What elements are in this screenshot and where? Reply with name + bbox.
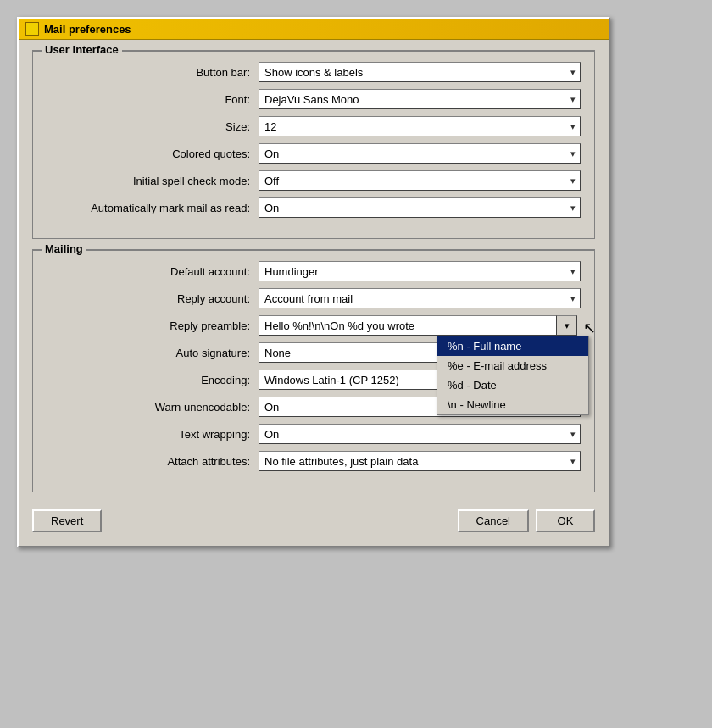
popup-item-email[interactable]: %e - E-mail address (437, 356, 588, 375)
default-account-dropdown-wrapper: Humdinger (259, 261, 581, 281)
spell-check-row: Initial spell check mode: On Off (47, 170, 581, 191)
reply-preamble-control: ▾ %n - Full name %e - E-mail address %d … (259, 315, 581, 336)
spell-check-label: Initial spell check mode: (47, 175, 259, 187)
reply-account-control: Account from mail Humdinger (259, 288, 581, 308)
colored-quotes-control: On Off (259, 143, 581, 164)
text-wrapping-row: Text wrapping: On Off (47, 424, 581, 444)
default-account-dropdown[interactable]: Humdinger (259, 261, 581, 281)
auto-mark-row: Automatically mark mail as read: On Off (47, 197, 581, 218)
default-account-control: Humdinger (259, 261, 581, 281)
colored-quotes-label: Colored quotes: (47, 147, 259, 160)
size-dropdown-wrapper: 10 11 12 14 16 (259, 116, 581, 136)
auto-mark-dropdown[interactable]: On Off (259, 197, 581, 218)
colored-quotes-dropdown-wrapper: On Off (259, 143, 581, 164)
button-bar-label: Button bar: (47, 66, 259, 79)
reply-account-label: Reply account: (47, 292, 259, 305)
auto-mark-label: Automatically mark mail as read: (47, 202, 259, 214)
auto-signature-label: Auto signature: (47, 347, 259, 359)
attach-attributes-row: Attach attributes: No file attributes, j… (47, 451, 581, 471)
colored-quotes-row: Colored quotes: On Off (47, 143, 581, 164)
attach-attributes-label: Attach attributes: (47, 455, 259, 468)
mailing-title: Mailing (42, 242, 86, 255)
button-bar-control: Show icons & labels Show icons only Show… (259, 62, 581, 82)
text-wrapping-label: Text wrapping: (47, 428, 259, 441)
reply-preamble-dropdown-btn[interactable]: ▾ (557, 315, 577, 336)
button-bar-dropdown-wrapper: Show icons & labels Show icons only Show… (259, 62, 581, 82)
mailing-section: Mailing Default account: Humdinger Reply… (32, 249, 595, 492)
spell-check-dropdown-wrapper: On Off (259, 170, 581, 191)
title-bar: Mail preferences (19, 19, 609, 40)
attach-attributes-control: No file attributes, just plain data All … (259, 451, 581, 471)
main-window: Mail preferences User interface Button b… (17, 17, 610, 547)
font-control: DejaVu Sans Mono Sans Serif Monospace (259, 89, 581, 109)
window-content: User interface Button bar: Show icons & … (19, 40, 609, 546)
default-account-row: Default account: Humdinger (47, 261, 581, 281)
attach-attributes-dropdown-wrapper: No file attributes, just plain data All … (259, 451, 581, 471)
auto-mark-control: On Off (259, 197, 581, 218)
font-label: Font: (47, 93, 259, 106)
reply-preamble-row: Reply preamble: ▾ %n - Full name %e - E-… (47, 315, 581, 336)
button-bar-row: Button bar: Show icons & labels Show ico… (47, 62, 581, 82)
text-wrapping-dropdown[interactable]: On Off (259, 424, 581, 444)
popup-item-date[interactable]: %d - Date (437, 375, 588, 395)
spell-check-dropdown[interactable]: On Off (259, 170, 581, 191)
warn-unencodable-label: Warn unencodable: (47, 401, 259, 414)
window-title: Mail preferences (44, 23, 131, 36)
user-interface-title: User interface (42, 43, 122, 56)
user-interface-section: User interface Button bar: Show icons & … (32, 50, 595, 239)
reply-account-dropdown-wrapper: Account from mail Humdinger (259, 288, 581, 308)
size-row: Size: 10 11 12 14 16 (47, 116, 581, 136)
reply-preamble-popup: %n - Full name %e - E-mail address %d - … (437, 336, 589, 415)
reply-preamble-label: Reply preamble: (47, 320, 259, 332)
text-wrapping-control: On Off (259, 424, 581, 444)
reply-account-row: Reply account: Account from mail Humding… (47, 288, 581, 308)
button-row: Revert Cancel OK (32, 503, 595, 532)
popup-item-fullname[interactable]: %n - Full name (437, 336, 588, 356)
button-bar-dropdown[interactable]: Show icons & labels Show icons only Show… (259, 62, 581, 82)
window-icon (25, 22, 39, 36)
font-dropdown[interactable]: DejaVu Sans Mono Sans Serif Monospace (259, 89, 581, 109)
popup-item-newline[interactable]: \n - Newline (437, 395, 588, 414)
reply-preamble-input[interactable] (259, 315, 557, 336)
text-wrapping-dropdown-wrapper: On Off (259, 424, 581, 444)
size-label: Size: (47, 120, 259, 133)
reply-account-dropdown[interactable]: Account from mail Humdinger (259, 288, 581, 308)
cancel-button[interactable]: Cancel (458, 509, 529, 532)
default-account-label: Default account: (47, 265, 259, 278)
encoding-label: Encoding: (47, 374, 259, 386)
attach-attributes-dropdown[interactable]: No file attributes, just plain data All … (259, 451, 581, 471)
revert-button[interactable]: Revert (32, 509, 102, 532)
font-row: Font: DejaVu Sans Mono Sans Serif Monosp… (47, 89, 581, 109)
auto-mark-dropdown-wrapper: On Off (259, 197, 581, 218)
font-dropdown-wrapper: DejaVu Sans Mono Sans Serif Monospace (259, 89, 581, 109)
colored-quotes-dropdown[interactable]: On Off (259, 143, 581, 164)
size-control: 10 11 12 14 16 (259, 116, 581, 136)
cursor-arrow-icon: ↖ (583, 319, 596, 337)
reply-preamble-input-group: ▾ (259, 315, 581, 336)
size-dropdown[interactable]: 10 11 12 14 16 (259, 116, 581, 136)
spell-check-control: On Off (259, 170, 581, 191)
ok-button[interactable]: OK (536, 509, 595, 532)
